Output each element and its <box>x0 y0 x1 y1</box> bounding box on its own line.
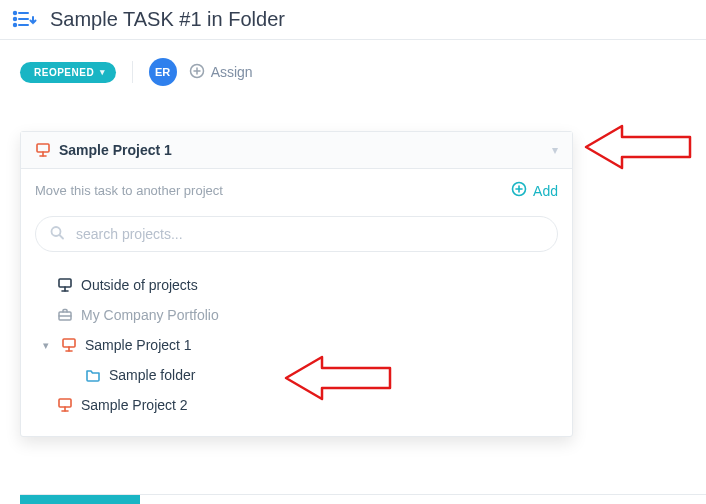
bottom-tabs <box>20 494 706 504</box>
briefcase-icon <box>57 307 73 323</box>
chevron-down-icon: ▾ <box>552 143 558 157</box>
tree-item-sample-folder[interactable]: Sample folder <box>29 360 564 390</box>
assign-button[interactable]: Assign <box>189 63 253 82</box>
svg-point-4 <box>14 23 16 25</box>
tree-item-label: Sample Project 1 <box>85 337 192 353</box>
add-button[interactable]: Add <box>511 181 558 200</box>
status-label: REOPENED <box>34 67 94 78</box>
panel-subheader: Move this task to another project Add <box>21 169 572 206</box>
task-title[interactable]: Sample TASK #1 in Folder <box>50 8 285 31</box>
avatar-initials: ER <box>155 66 170 78</box>
project-tree: Outside of projects My Company Portfolio… <box>21 266 572 436</box>
avatar[interactable]: ER <box>149 58 177 86</box>
search-wrap <box>21 206 572 266</box>
project-icon <box>35 142 51 158</box>
search-input[interactable] <box>35 216 558 252</box>
svg-point-2 <box>14 17 16 19</box>
folder-icon <box>85 367 101 383</box>
tree-item-outside[interactable]: Outside of projects <box>29 270 564 300</box>
task-toolbar: REOPENED ▾ ER Assign <box>0 40 706 100</box>
project-picker-panel: Sample Project 1 ▾ Move this task to ano… <box>20 131 573 437</box>
tree-item-label: Sample Project 2 <box>81 397 188 413</box>
tree-item-portfolio[interactable]: My Company Portfolio <box>29 300 564 330</box>
svg-rect-22 <box>63 339 75 347</box>
panel-title: Sample Project 1 <box>59 142 172 158</box>
status-dropdown[interactable]: REOPENED ▾ <box>20 62 116 83</box>
chevron-down-icon[interactable]: ▾ <box>39 339 53 352</box>
search-icon <box>49 225 65 244</box>
subtasks-icon[interactable] <box>12 10 38 30</box>
project-icon <box>57 277 73 293</box>
tree-item-label: My Company Portfolio <box>81 307 219 323</box>
chevron-down-icon: ▾ <box>100 67 106 77</box>
svg-rect-17 <box>59 279 71 287</box>
svg-rect-25 <box>59 399 71 407</box>
tree-item-label: Outside of projects <box>81 277 198 293</box>
project-icon <box>61 337 77 353</box>
panel-header[interactable]: Sample Project 1 ▾ <box>21 132 572 169</box>
tree-item-project-2[interactable]: Sample Project 2 <box>29 390 564 420</box>
plus-circle-icon <box>511 181 527 200</box>
active-tab-indicator[interactable] <box>20 495 140 504</box>
tree-item-label: Sample folder <box>109 367 195 383</box>
plus-circle-icon <box>189 63 205 82</box>
svg-point-0 <box>14 11 16 13</box>
panel-subtitle: Move this task to another project <box>35 183 223 198</box>
add-label: Add <box>533 183 558 199</box>
tree-item-project-1[interactable]: ▾ Sample Project 1 <box>29 330 564 360</box>
project-icon <box>57 397 73 413</box>
svg-line-16 <box>60 235 64 239</box>
divider <box>132 61 133 83</box>
annotation-arrow <box>582 122 692 172</box>
assign-label: Assign <box>211 64 253 80</box>
top-bar: Sample TASK #1 in Folder <box>0 0 706 40</box>
svg-rect-9 <box>37 144 49 152</box>
